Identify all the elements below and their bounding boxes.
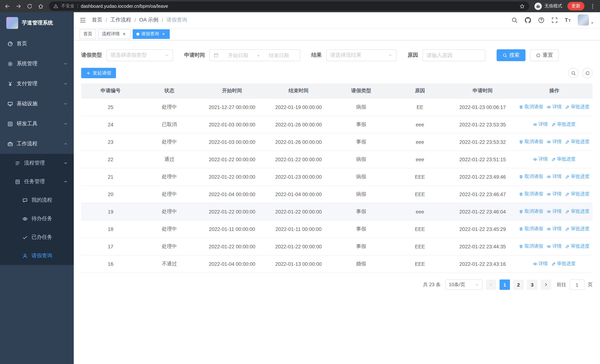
- detail-link[interactable]: 详情: [547, 104, 562, 110]
- detail-link[interactable]: 详情: [547, 191, 562, 197]
- detail-link[interactable]: 详情: [533, 156, 548, 163]
- sidebar-item-workflow[interactable]: 工作流程: [0, 134, 74, 154]
- progress-link[interactable]: 审批进度: [565, 243, 590, 250]
- help-icon[interactable]: [538, 17, 544, 23]
- cell-reason: eee: [391, 203, 449, 220]
- progress-link[interactable]: 审批进度: [565, 208, 590, 215]
- tab-leave-query[interactable]: 请假查询×: [133, 29, 170, 39]
- browser-menu-icon[interactable]: [590, 3, 596, 9]
- sidebar-item-done-tasks[interactable]: 已办任务: [0, 228, 74, 246]
- cancel-link-label: 取消请假: [525, 243, 543, 250]
- home-icon[interactable]: [38, 3, 44, 9]
- end-date-input[interactable]: [262, 52, 296, 58]
- url-text[interactable]: dashboard.yudao.iocoder.cn/bpm/oa/leave: [81, 3, 168, 9]
- security-warning-icon[interactable]: [53, 4, 58, 9]
- detail-link[interactable]: 详情: [533, 261, 548, 267]
- app-logo-row[interactable]: 芋道管理系统: [0, 12, 74, 34]
- cancel-link[interactable]: 取消请假: [519, 191, 543, 197]
- result-select[interactable]: 请选择流结果: [326, 49, 396, 61]
- cancel-link[interactable]: 取消请假: [519, 226, 543, 232]
- prev-page-button[interactable]: [486, 280, 496, 290]
- detail-link-label: 详情: [552, 139, 562, 145]
- progress-link[interactable]: 审批进度: [552, 261, 576, 267]
- progress-link[interactable]: 审批进度: [565, 104, 590, 110]
- close-icon[interactable]: ×: [122, 31, 127, 37]
- progress-link[interactable]: 审批进度: [565, 226, 590, 232]
- goto-page-input[interactable]: [570, 280, 584, 290]
- sidebar-item-home[interactable]: 首页: [0, 34, 74, 54]
- sidebar-item-devtools[interactable]: 研发工具: [0, 114, 74, 134]
- leave-type-select[interactable]: 请选择请假类型: [106, 49, 173, 61]
- detail-link[interactable]: 详情: [547, 139, 562, 145]
- detail-link[interactable]: 详情: [547, 243, 562, 250]
- detail-link[interactable]: 详情: [533, 121, 548, 128]
- leave-table: 申请编号状态开始时间结束时间请假类型原因申请时间操作 25处理中2021-12-…: [81, 84, 593, 273]
- table-row: 20处理中2022-01-04 00:00:002022-01-04 00:00…: [81, 186, 593, 203]
- font-size-icon[interactable]: TT: [565, 16, 571, 24]
- security-warning-label[interactable]: 不安全: [61, 3, 75, 9]
- cancel-link[interactable]: 取消请假: [519, 174, 543, 180]
- create-leave-button[interactable]: 发起请假: [81, 68, 116, 78]
- sidebar-item-infra[interactable]: 基础设施: [0, 94, 74, 114]
- fullscreen-icon[interactable]: [551, 17, 558, 23]
- detail-link[interactable]: 详情: [547, 208, 562, 215]
- progress-link[interactable]: 审批进度: [552, 121, 576, 128]
- github-icon[interactable]: [525, 17, 531, 23]
- chevron-up-icon: [63, 142, 68, 146]
- tab-process-detail[interactable]: 流程详情×: [98, 29, 131, 39]
- forward-icon[interactable]: [16, 3, 21, 9]
- active-tab-dot: [136, 32, 139, 35]
- detail-link[interactable]: 详情: [547, 174, 562, 180]
- progress-link[interactable]: 审批进度: [565, 174, 590, 180]
- sidebar-item-process-mgmt[interactable]: 流程管理: [0, 154, 74, 172]
- reset-button[interactable]: 重置: [530, 49, 559, 61]
- progress-link[interactable]: 审批进度: [552, 156, 576, 163]
- done-tasks-icon: [22, 234, 28, 240]
- toggle-search-button[interactable]: [568, 68, 579, 78]
- tab-home[interactable]: 首页: [80, 29, 96, 39]
- page-number-1[interactable]: 1: [500, 280, 510, 290]
- sidebar-item-todo-tasks[interactable]: 待办任务: [0, 209, 74, 228]
- page-number-3[interactable]: 3: [527, 280, 537, 290]
- main-area: 首页/工作流程/OA 示例/请假查询 TT 首页流程详情×请假查询×: [74, 12, 600, 364]
- edit-icon: [565, 140, 570, 144]
- apply-time-label: 申请时间: [184, 52, 205, 59]
- page-size-select[interactable]: 10条/页: [445, 280, 483, 290]
- progress-link[interactable]: 审批进度: [565, 191, 590, 197]
- cancel-link[interactable]: 取消请假: [519, 139, 543, 145]
- reason-input[interactable]: [427, 52, 481, 58]
- bookmark-star-icon[interactable]: [520, 3, 525, 9]
- close-icon[interactable]: ×: [161, 31, 166, 37]
- reload-icon[interactable]: [27, 3, 33, 9]
- page-number-2[interactable]: 2: [513, 280, 524, 290]
- user-avatar[interactable]: [578, 14, 594, 26]
- breadcrumb-item[interactable]: OA 示例: [139, 17, 159, 23]
- progress-link[interactable]: 审批进度: [565, 139, 590, 145]
- pagination: 共 23 条 10条/页 123 前往 页: [81, 280, 593, 290]
- next-page-button[interactable]: [541, 280, 551, 290]
- sidebar-item-payment[interactable]: 支付管理: [0, 74, 74, 94]
- breadcrumb-item[interactable]: 首页: [92, 17, 102, 23]
- sidebar-item-system[interactable]: 系统管理: [0, 54, 74, 74]
- breadcrumb-item[interactable]: 工作流程: [111, 17, 131, 23]
- cancel-link[interactable]: 取消请假: [519, 104, 543, 110]
- trash-icon: [519, 192, 524, 196]
- detail-link[interactable]: 详情: [547, 226, 562, 232]
- calendar-icon: [214, 53, 219, 58]
- url-bar[interactable]: 不安全 dashboard.yudao.iocoder.cn/bpm/oa/le…: [49, 1, 529, 11]
- cancel-link[interactable]: 取消请假: [519, 243, 543, 250]
- refresh-table-button[interactable]: [582, 68, 593, 78]
- sidebar-toggle-icon[interactable]: [80, 17, 86, 23]
- update-button[interactable]: 更新: [567, 2, 584, 10]
- plus-icon: [86, 71, 91, 75]
- search-button[interactable]: 搜索: [497, 49, 525, 61]
- header-search-icon[interactable]: [511, 17, 517, 23]
- cancel-link[interactable]: 取消请假: [519, 208, 543, 215]
- back-icon[interactable]: [4, 3, 10, 9]
- eye-icon: [533, 157, 537, 162]
- sidebar-item-task-mgmt[interactable]: 任务管理: [0, 172, 74, 191]
- sidebar-item-leave-query[interactable]: 请假查询: [0, 246, 74, 265]
- start-date-input[interactable]: [221, 52, 255, 58]
- sidebar-item-my-process[interactable]: 我的流程: [0, 191, 74, 209]
- apply-time-range[interactable]: -: [209, 49, 300, 61]
